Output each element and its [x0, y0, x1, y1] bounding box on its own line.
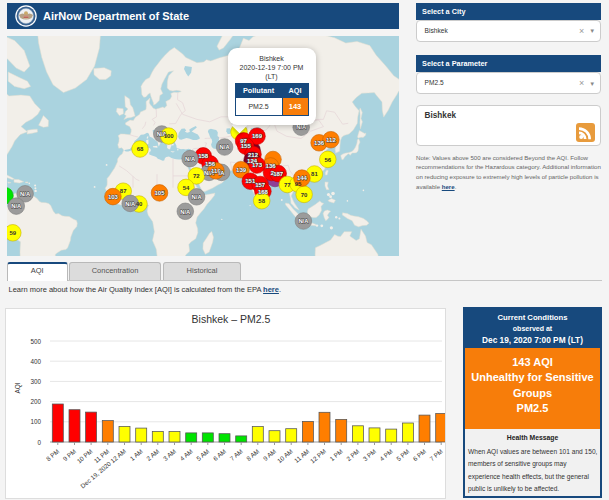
svg-text:1 AM: 1 AM [128, 447, 143, 462]
svg-text:11 AM: 11 AM [293, 447, 311, 464]
svg-text:1 PM: 1 PM [328, 447, 344, 462]
svg-text:9 AM: 9 AM [262, 447, 277, 462]
svg-text:4 AM: 4 AM [178, 447, 193, 462]
svg-text:6 PM: 6 PM [411, 447, 427, 462]
svg-text:N/A: N/A [20, 191, 31, 197]
svg-text:100: 100 [30, 418, 41, 425]
svg-text:155: 155 [241, 143, 252, 149]
svg-text:6 AM: 6 AM [212, 447, 227, 462]
svg-text:Bishkek – PM2.5: Bishkek – PM2.5 [192, 313, 271, 325]
svg-text:12 PM: 12 PM [309, 447, 327, 464]
svg-text:68: 68 [137, 146, 144, 152]
svg-text:173: 173 [252, 162, 263, 168]
svg-text:4 PM: 4 PM [378, 447, 394, 462]
svg-text:5 PM: 5 PM [395, 447, 411, 462]
svg-text:59: 59 [9, 230, 16, 236]
svg-text:0: 0 [37, 439, 41, 446]
svg-text:144: 144 [297, 175, 308, 181]
svg-text:136: 136 [266, 163, 277, 169]
svg-text:400: 400 [30, 358, 41, 365]
svg-text:300: 300 [30, 378, 41, 385]
svg-text:N/A: N/A [192, 194, 203, 200]
svg-text:10 PM: 10 PM [75, 447, 93, 464]
svg-text:N/A: N/A [125, 201, 136, 207]
svg-text:7 PM: 7 PM [428, 447, 444, 462]
svg-text:139: 139 [236, 167, 247, 173]
svg-text:100: 100 [164, 133, 175, 139]
svg-text:5 AM: 5 AM [195, 447, 210, 462]
svg-text:3 AM: 3 AM [162, 447, 177, 462]
svg-text:168: 168 [258, 189, 269, 195]
svg-text:8 AM: 8 AM [245, 447, 260, 462]
svg-text:AQI: AQI [14, 382, 22, 393]
svg-text:136: 136 [314, 140, 325, 146]
svg-text:40: 40 [136, 201, 143, 207]
svg-text:112: 112 [326, 137, 336, 143]
svg-text:10 AM: 10 AM [276, 447, 294, 464]
svg-text:/A: /A [219, 170, 226, 176]
svg-text:7 AM: 7 AM [228, 447, 243, 462]
svg-text:87: 87 [120, 188, 127, 194]
svg-text:156: 156 [205, 161, 216, 167]
svg-text:157: 157 [255, 182, 266, 188]
svg-text:N/A: N/A [185, 156, 196, 162]
svg-text:77: 77 [284, 182, 291, 188]
svg-text:500: 500 [30, 338, 41, 345]
svg-text:169: 169 [252, 133, 263, 139]
svg-text:2 AM: 2 AM [145, 447, 160, 462]
svg-text:70: 70 [301, 192, 308, 198]
svg-text:103: 103 [108, 194, 119, 200]
svg-text:72: 72 [193, 173, 200, 179]
svg-text:200: 200 [30, 398, 41, 405]
svg-text:54: 54 [183, 185, 190, 191]
svg-text:58: 58 [258, 198, 265, 204]
svg-text:N/A: N/A [296, 124, 307, 130]
svg-text:N/A: N/A [220, 144, 231, 150]
svg-text:105: 105 [154, 190, 165, 196]
svg-text:187: 187 [273, 171, 284, 177]
svg-text:N/A: N/A [298, 218, 309, 224]
svg-text:81: 81 [311, 171, 318, 177]
svg-text:95: 95 [295, 181, 302, 187]
svg-text:N/A: N/A [11, 203, 22, 209]
svg-text:3 PM: 3 PM [361, 447, 377, 462]
svg-text:158: 158 [198, 153, 209, 159]
svg-text:56: 56 [324, 157, 331, 163]
svg-text:N/A: N/A [180, 209, 191, 215]
svg-text:2 PM: 2 PM [345, 447, 361, 462]
svg-text:8 PM: 8 PM [45, 447, 61, 462]
